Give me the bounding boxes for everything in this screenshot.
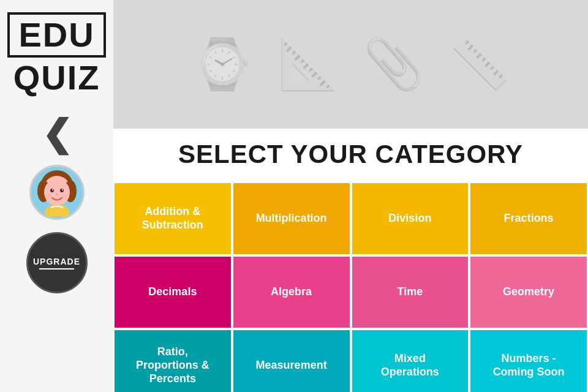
category-numbers[interactable]: Numbers -Coming Soon xyxy=(469,329,588,392)
category-decimals[interactable]: Decimals xyxy=(113,255,232,329)
left-panel: EDU QUIZ ❮ xyxy=(0,0,113,392)
category-time[interactable]: Time xyxy=(351,255,470,329)
category-geometry[interactable]: Geometry xyxy=(469,255,588,329)
category-ratio[interactable]: Ratio,Proportions &Percents xyxy=(113,329,232,392)
logo-quiz: QUIZ xyxy=(7,58,107,98)
svg-point-7 xyxy=(52,189,53,190)
svg-point-8 xyxy=(62,189,63,190)
category-division[interactable]: Division xyxy=(351,182,470,255)
upgrade-label: UPGRADE xyxy=(33,257,80,266)
logo-edu: EDU xyxy=(7,12,107,58)
category-grid: Addition &SubtractionMultiplicationDivis… xyxy=(113,180,588,392)
header-background: ⌚ 📐 📎 📏 xyxy=(113,0,588,129)
svg-point-9 xyxy=(56,194,58,195)
header-decoration: ⌚ 📐 📎 📏 xyxy=(113,0,588,129)
svg-point-4 xyxy=(44,179,70,206)
back-button[interactable]: ❮ xyxy=(42,116,72,153)
page-title: SELECT YOUR CATEGORY xyxy=(132,140,570,169)
avatar xyxy=(29,165,85,220)
upgrade-divider xyxy=(39,268,74,270)
category-mixed-operations[interactable]: MixedOperations xyxy=(351,329,470,392)
svg-point-10 xyxy=(47,194,53,198)
category-algebra[interactable]: Algebra xyxy=(232,255,351,329)
category-header: SELECT YOUR CATEGORY xyxy=(113,129,588,180)
svg-point-11 xyxy=(61,194,67,198)
main-content: ⌚ 📐 📎 📏 SELECT YOUR CATEGORY Addition &S… xyxy=(113,0,588,392)
svg-point-5 xyxy=(50,189,54,192)
category-addition-subtraction[interactable]: Addition &Subtraction xyxy=(113,182,232,255)
logo: EDU QUIZ xyxy=(7,12,107,97)
svg-point-6 xyxy=(60,189,64,192)
upgrade-button[interactable]: UPGRADE xyxy=(26,232,88,293)
category-measurement[interactable]: Measurement xyxy=(232,329,351,392)
category-multiplication[interactable]: Multiplication xyxy=(232,182,351,255)
category-fractions[interactable]: Fractions xyxy=(469,182,588,255)
